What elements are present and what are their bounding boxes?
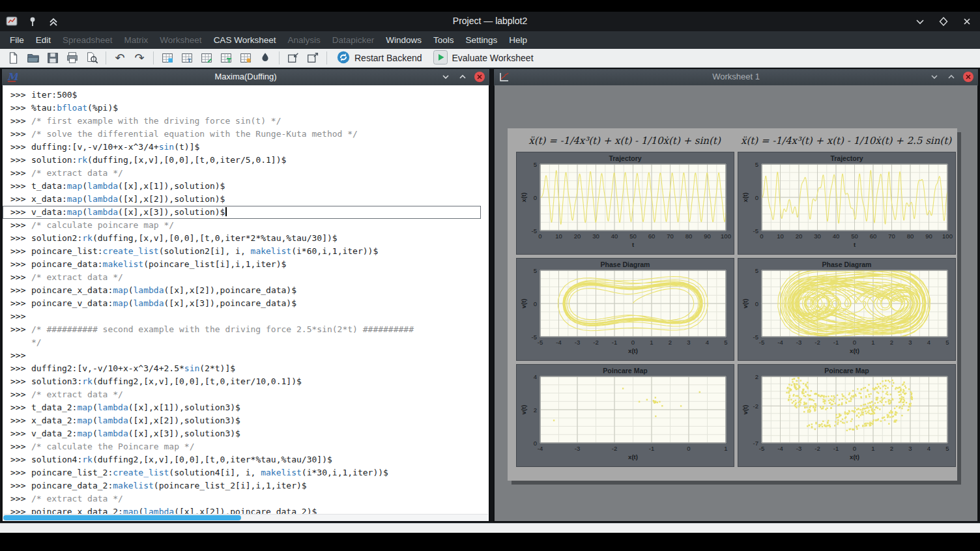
code-line[interactable]: >>>poincare_x_data:map(lambda([x],x[2]),…: [3, 284, 489, 297]
worksheet-view[interactable]: ẍ(t) = -1/4x³(t) + x(t) - 1/10ẋ(t) + sin…: [495, 85, 977, 521]
code-line[interactable]: >>>solution4:rk(duffing2,[x,v],[0,0],[t,…: [3, 453, 489, 466]
code-line[interactable]: >>>solution2:rk(duffing,[x,v],[0,0],[t,0…: [3, 232, 489, 245]
code-line[interactable]: >>>: [3, 349, 489, 362]
code-line[interactable]: >>>solution:rk(duffing,[x,v],[0,0],[t,0,…: [3, 154, 489, 167]
restart-backend-button[interactable]: Restart Backend: [336, 50, 422, 66]
code-line[interactable]: >>>: [3, 310, 489, 323]
svg-text:v(t): v(t): [520, 299, 527, 309]
menu-help[interactable]: Help: [503, 31, 533, 49]
plot-trajectory-1[interactable]: Trajectory010203040506070809010050-5tx(t…: [516, 152, 734, 255]
menu-tools[interactable]: Tools: [427, 31, 460, 49]
worksheet-close-icon[interactable]: [962, 71, 974, 83]
code-line[interactable]: >>>solution3:rk(duffing2,[x,v],[0,0],[t,…: [3, 375, 489, 388]
code-line[interactable]: >>>poincare_list_2:create_list(solution4…: [3, 466, 489, 479]
svg-text:0: 0: [534, 440, 537, 447]
code-line[interactable]: >>>poincare_list:create_list(solution2[i…: [3, 245, 489, 258]
code-line[interactable]: >>>t_data:map(lambda([x],x[1]),solution)…: [3, 180, 489, 193]
svg-text:90: 90: [925, 233, 932, 240]
code-line[interactable]: >>>%tau:bfloat(%pi)$: [3, 102, 489, 115]
insert-text-entry-icon[interactable]: T: [179, 50, 195, 66]
code-line[interactable]: >>>x_data_2:map(lambda([x],x[2]),solutio…: [3, 414, 489, 427]
code-line[interactable]: >>>/* calculate the Poincare map */: [3, 440, 489, 453]
svg-text:30: 30: [814, 233, 821, 240]
maxima-maximize-icon[interactable]: [457, 71, 468, 83]
worksheet-page[interactable]: ẍ(t) = -1/4x³(t) + x(t) - 1/10ẋ(t) + sin…: [508, 128, 957, 481]
code-line[interactable]: >>>/* extract data */: [3, 492, 489, 505]
status-bar: [0, 523, 980, 533]
code-line[interactable]: >>>t_data_2:map(lambda([x],x[1]),solutio…: [3, 401, 489, 414]
code-line[interactable]: >>>duffing2:[v,-v/10+x-x^3/4+2.5*sin(2*t…: [3, 362, 489, 375]
save-document-icon[interactable]: [44, 50, 61, 66]
maximize-icon[interactable]: [937, 15, 950, 28]
menu-cas-worksheet[interactable]: CAS Worksheet: [208, 31, 282, 49]
svg-text:x(t): x(t): [850, 347, 859, 354]
code-line[interactable]: >>>poincare_v_data:map(lambda([x],x[3]),…: [3, 297, 489, 310]
worksheet-titlebar[interactable]: Worksheet 1: [494, 69, 978, 86]
svg-text:-5: -5: [538, 339, 543, 346]
code-line[interactable]: >>>iter:500$: [3, 89, 489, 102]
svg-text:Poincare Map: Poincare Map: [603, 367, 647, 374]
svg-text:-5: -5: [532, 227, 537, 234]
svg-text:x(t): x(t): [850, 453, 859, 460]
code-line[interactable]: >>>/* first example with the driving for…: [3, 115, 489, 128]
insert-image-entry-icon[interactable]: [237, 50, 254, 66]
worksheet-window-title: Worksheet 1: [494, 72, 978, 81]
code-line[interactable]: >>>/* extract data */: [3, 271, 489, 284]
code-line[interactable]: >>>/* extract data */: [3, 167, 489, 180]
worksheet-maximize-icon[interactable]: [945, 71, 957, 83]
worksheet-minimize-icon[interactable]: [929, 71, 940, 83]
menu-worksheet: Worksheet: [154, 31, 207, 49]
svg-text:v(t): v(t): [520, 405, 527, 415]
code-line[interactable]: */: [3, 336, 489, 349]
svg-text:5: 5: [945, 445, 949, 452]
open-document-icon[interactable]: [25, 50, 42, 66]
collapse-results-icon[interactable]: [285, 50, 302, 66]
maxima-close-icon[interactable]: [474, 71, 485, 83]
horizontal-scrollbar[interactable]: [3, 514, 488, 521]
new-document-icon[interactable]: [5, 50, 22, 66]
expand-results-icon[interactable]: [304, 50, 321, 66]
code-line[interactable]: >>>v_data_2:map(lambda([x],x[3]),solutio…: [3, 427, 489, 440]
application-window: Project — labplot2 FileEditSpreadsheetMa…: [0, 0, 980, 551]
menu-settings[interactable]: Settings: [460, 31, 504, 49]
print-icon[interactable]: [64, 50, 81, 66]
plot-phase-2[interactable]: Phase Diagram-5-4-3-2-101234550-5x(t)v(t…: [738, 258, 956, 361]
code-prompt: >>>: [3, 479, 31, 492]
insert-latex-entry-icon[interactable]: [218, 50, 235, 66]
evaluate-worksheet-button[interactable]: Evaluate Worksheet: [433, 49, 534, 67]
code-line[interactable]: >>>/* ########## second example with the…: [3, 323, 489, 336]
plot-poincare-2[interactable]: Poincare Map-5-4-3-2-10123452-2-7x(t)v(t…: [738, 364, 956, 467]
undo-icon[interactable]: ↶: [111, 50, 128, 66]
code-line[interactable]: >>>v_data:map(lambda([x],x[3]),solution)…: [3, 206, 481, 219]
code-line[interactable]: >>>/* calculate poincare map */: [3, 219, 489, 232]
ink-color-icon[interactable]: [257, 50, 274, 66]
insert-markdown-entry-icon[interactable]: [198, 50, 215, 66]
minimize-icon[interactable]: [914, 15, 927, 28]
close-icon[interactable]: [960, 15, 973, 28]
scrollbar-thumb[interactable]: [3, 515, 241, 520]
maxima-titlebar[interactable]: M Maxima(Duffing): [2, 69, 489, 86]
svg-text:-5: -5: [759, 445, 764, 452]
menu-windows[interactable]: Windows: [380, 31, 427, 49]
menu-file[interactable]: File: [4, 31, 30, 49]
code-area[interactable]: >>>iter:500$>>>%tau:bfloat(%pi)$>>>/* fi…: [3, 85, 489, 521]
svg-text:-5: -5: [759, 339, 764, 346]
code-line[interactable]: >>>/* solve the differential equation wi…: [3, 128, 489, 141]
code-line[interactable]: >>>poincare_data_2:makelist(poincare_lis…: [3, 479, 489, 492]
code-line[interactable]: >>>poincare_data:makelist(poincare_list[…: [3, 258, 489, 271]
svg-text:x(t): x(t): [628, 453, 638, 460]
code-line[interactable]: >>>duffing:[v,-v/10+x-x^3/4+sin(t)]$: [3, 141, 489, 154]
plot-phase-1[interactable]: Phase Diagram-5-4-3-2-101234550-5x(t)v(t…: [516, 258, 734, 361]
insert-command-entry-icon[interactable]: [159, 50, 176, 66]
code-line[interactable]: >>>x_data:map(lambda([x],x[2]),solution)…: [3, 193, 489, 206]
redo-icon[interactable]: ↷: [131, 50, 148, 66]
code-line[interactable]: >>>/* extract data */: [3, 388, 489, 401]
svg-text:3: 3: [687, 339, 690, 346]
svg-text:30: 30: [592, 233, 599, 240]
code-prompt: >>>: [3, 232, 31, 245]
maxima-minimize-icon[interactable]: [440, 71, 452, 83]
print-preview-icon[interactable]: [83, 50, 100, 66]
plot-trajectory-2[interactable]: Trajectory010203040506070809010050-5tx(t…: [738, 152, 956, 255]
menu-edit[interactable]: Edit: [30, 31, 57, 49]
plot-poincare-1[interactable]: Poincare Map-4-3-2-101420x(t)v(t): [516, 364, 734, 467]
